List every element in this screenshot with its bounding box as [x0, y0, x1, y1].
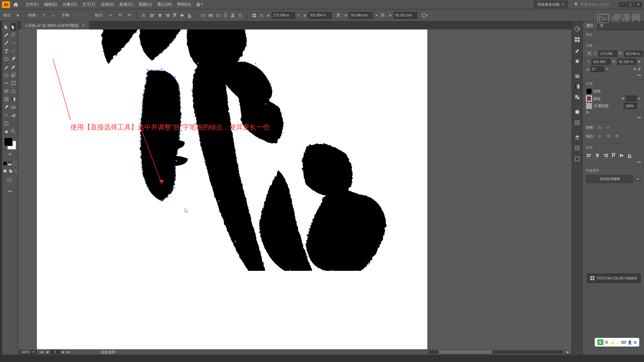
- prop-angle-input[interactable]: [591, 66, 604, 72]
- stroke-panel-icon[interactable]: [573, 71, 582, 80]
- tab-close-icon[interactable]: ✕: [82, 23, 85, 28]
- gradient-mode[interactable]: [8, 160, 12, 167]
- shape-builder-tool[interactable]: [3, 87, 10, 95]
- p-align-left[interactable]: [586, 152, 593, 159]
- last-page-icon[interactable]: ⏭: [66, 350, 71, 354]
- h-input[interactable]: [394, 12, 417, 19]
- zoom-tool[interactable]: [10, 128, 17, 135]
- transparency-panel-icon[interactable]: [573, 93, 582, 102]
- color-swatch[interactable]: [4, 137, 16, 149]
- width-tool[interactable]: [3, 79, 10, 87]
- menu-help[interactable]: 帮助(H): [174, 0, 194, 9]
- none-mode[interactable]: [13, 160, 17, 167]
- ref-point-icon[interactable]: [140, 12, 147, 19]
- convert-smooth-icon[interactable]: [50, 12, 57, 19]
- menu-object[interactable]: 对象(O): [60, 0, 79, 9]
- connect-path-btn[interactable]: ⟲: [604, 132, 612, 140]
- selection-tool[interactable]: [3, 23, 10, 31]
- opacity-input[interactable]: [624, 103, 637, 109]
- handle-hide-icon[interactable]: ⟍: [83, 12, 90, 19]
- fill-mode[interactable]: [3, 160, 7, 167]
- fg-color[interactable]: [4, 137, 13, 146]
- fill-swatch[interactable]: [586, 88, 592, 94]
- link-wh-icon[interactable]: ⚭: [638, 59, 641, 64]
- canvas[interactable]: 使用【直接选择工具】选中并调整"目"字笔画的锚点，使其更长一些: [18, 29, 572, 349]
- eraser-tool[interactable]: [10, 63, 17, 71]
- dist-hcenter-icon[interactable]: [207, 12, 214, 19]
- shape-dropdown-icon[interactable]: ▼: [421, 12, 429, 19]
- x-input[interactable]: [272, 12, 295, 19]
- graphic-styles-panel-icon[interactable]: [573, 118, 582, 127]
- menu-view[interactable]: 视图(V): [136, 0, 155, 9]
- workspace-dropdown[interactable]: 传统基本功能▼: [534, 1, 568, 8]
- convert-corner-icon[interactable]: [40, 12, 48, 19]
- brushes-panel-icon[interactable]: [573, 46, 582, 55]
- hand-tool[interactable]: [3, 128, 10, 135]
- type-tool[interactable]: [3, 47, 10, 55]
- maximize-button[interactable]: ▢: [627, 2, 634, 7]
- stroke-width-input[interactable]: [626, 96, 637, 102]
- first-page-icon[interactable]: ⏮: [40, 350, 44, 354]
- anchor-dropdown-icon[interactable]: ▼: [14, 12, 21, 19]
- lasso-tool[interactable]: [10, 31, 17, 39]
- menu-type[interactable]: 文字(T): [79, 0, 98, 9]
- dist-vcenter-icon[interactable]: [229, 12, 236, 19]
- prop-y-input[interactable]: [592, 59, 610, 65]
- direct-selection-tool[interactable]: [10, 23, 17, 31]
- prop-w-input[interactable]: [624, 51, 643, 57]
- shaper-tool[interactable]: [3, 63, 10, 71]
- home-icon[interactable]: [13, 2, 19, 8]
- curvature-tool[interactable]: [10, 39, 17, 47]
- remove-anchor-icon[interactable]: ✂: [107, 12, 114, 19]
- screen-mode-icon[interactable]: [6, 177, 14, 185]
- next-page-icon[interactable]: ▶: [61, 350, 66, 354]
- prev-page-icon[interactable]: ◀: [45, 350, 50, 354]
- dist-left-icon[interactable]: [200, 12, 207, 19]
- paintbrush-tool[interactable]: [10, 55, 17, 63]
- swap-colors-icon[interactable]: ⟲: [8, 152, 12, 157]
- scale-tool[interactable]: [10, 71, 17, 79]
- column-graph-tool[interactable]: [10, 112, 17, 119]
- flip-h-icon[interactable]: ⇋: [633, 67, 636, 71]
- appearance-panel-icon[interactable]: [573, 107, 582, 117]
- align-top-icon[interactable]: [171, 12, 178, 19]
- p-align-top[interactable]: [610, 152, 617, 159]
- draw-normal[interactable]: [3, 168, 8, 175]
- appearance-more-icon[interactable]: •••: [586, 116, 641, 119]
- y-input[interactable]: [308, 12, 332, 19]
- gradient-tool[interactable]: [10, 96, 17, 103]
- h-scrollbar[interactable]: [429, 350, 563, 354]
- more-options-icon[interactable]: •••: [586, 73, 641, 77]
- zoom-dropdown[interactable]: 400%▼: [19, 350, 37, 354]
- global-edit-button[interactable]: 启动全局编辑: [586, 175, 633, 183]
- swatches-panel-icon[interactable]: [573, 35, 582, 44]
- free-transform-tool[interactable]: [10, 79, 17, 87]
- isolate-icon[interactable]: [251, 12, 258, 19]
- convert-corner-btn[interactable]: [596, 124, 603, 131]
- ime-indicator[interactable]: S 英 🌙 ， ⌨ 👤 ⊞: [595, 338, 639, 347]
- symbol-sprayer-tool[interactable]: [3, 112, 10, 119]
- scroll-right-icon[interactable]: ▶: [566, 350, 570, 354]
- draw-inside[interactable]: [14, 168, 18, 175]
- symbols-panel-icon[interactable]: [573, 56, 582, 66]
- pen-tool[interactable]: [3, 39, 10, 47]
- align-bottom-icon[interactable]: [186, 12, 193, 19]
- blend-tool[interactable]: [10, 104, 17, 111]
- layers-panel-icon[interactable]: [573, 133, 582, 142]
- gradient-panel-icon[interactable]: [573, 82, 582, 91]
- menu-file[interactable]: 文件(F): [23, 0, 41, 9]
- page-input[interactable]: [50, 350, 60, 354]
- convert-smooth-btn[interactable]: [604, 124, 612, 131]
- prop-x-input[interactable]: [598, 51, 617, 57]
- eyedropper-tool[interactable]: [3, 104, 10, 111]
- minimize-button[interactable]: ─: [619, 2, 626, 7]
- menu-select[interactable]: 选择(S): [98, 0, 117, 9]
- align-more-icon[interactable]: •••: [586, 160, 641, 164]
- arrange-docs-icon[interactable]: ▼: [196, 1, 204, 8]
- edit-toolbar-icon[interactable]: •••: [6, 187, 14, 195]
- document-tab[interactable]: 小目标.ai* @ 400% (CMYK/预览) ✕: [21, 21, 89, 29]
- menu-edit[interactable]: 编辑(E): [41, 0, 60, 9]
- dist-bottom-icon[interactable]: [237, 12, 244, 19]
- color-panel-icon[interactable]: [573, 24, 582, 34]
- p-align-vcenter[interactable]: [618, 152, 625, 159]
